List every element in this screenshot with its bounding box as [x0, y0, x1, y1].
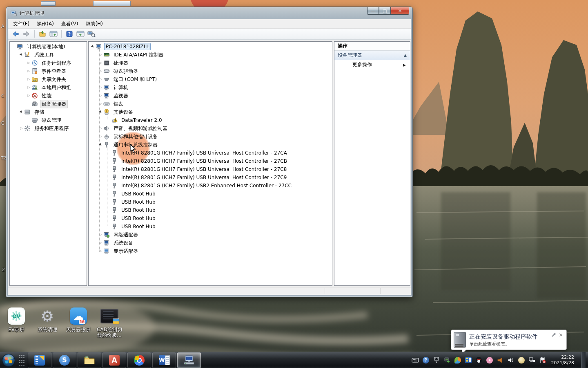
expand-arrow-icon[interactable] [26, 59, 31, 67]
console-item-[interactable]: 服务和应用程序 [10, 124, 87, 132]
toolbar-forward-icon[interactable] [22, 29, 31, 38]
expand-arrow-icon[interactable] [19, 51, 24, 59]
ev-recorder-shortcut[interactable]: ev EV录屏 [1, 307, 32, 338]
console-item-[interactable]: 事件查看器 [10, 67, 87, 75]
expand-arrow-icon[interactable] [26, 75, 31, 83]
device-item-usbroothub[interactable]: USB Root Hub [89, 198, 332, 206]
expand-arrow-icon[interactable] [19, 124, 24, 132]
device-item-[interactable]: 键盘 [89, 100, 332, 108]
tray-video-app-icon[interactable] [465, 357, 472, 364]
toolbar-scan-icon[interactable] [87, 29, 96, 38]
system-cleaner-shortcut[interactable]: ⚙ 系统清理 [32, 307, 63, 338]
device-item-intelr82801gich7familyus[interactable]: Intel(R) 82801G (ICH7 Family) USB Univer… [89, 157, 332, 165]
expand-arrow-icon[interactable] [19, 108, 24, 116]
taskbar-app-autocad[interactable]: A [102, 352, 126, 368]
expand-arrow-icon[interactable] [26, 92, 31, 100]
device-item-[interactable]: 计算机 [89, 83, 332, 92]
console-item-[interactable]: 本地用户和组 [10, 83, 87, 92]
tray-volume-icon[interactable] [507, 357, 514, 364]
expand-arrow-icon[interactable] [98, 59, 103, 67]
menu-h[interactable]: 帮助(H) [82, 19, 106, 29]
expand-arrow-icon[interactable] [26, 67, 31, 75]
console-item-[interactable]: 任务计划程序 [10, 59, 87, 67]
console-item-[interactable]: 系统工具 [10, 51, 87, 59]
tray-hidden-icons-button[interactable]: ▾ [433, 357, 440, 364]
more-actions-item[interactable]: 更多操作 ▶ [334, 60, 410, 70]
expand-arrow-icon[interactable] [90, 43, 96, 51]
tray-flower-app-icon[interactable] [486, 357, 493, 364]
taskbar-app-sogou[interactable]: S [53, 352, 76, 368]
console-item-[interactable]: 共享文件夹 [10, 75, 87, 83]
window-titlebar[interactable]: 计算机管理 — ▢ ✕ [6, 7, 412, 19]
menu-a[interactable]: 操作(A) [33, 19, 58, 29]
expand-arrow-icon[interactable] [98, 231, 103, 239]
start-button[interactable] [0, 352, 17, 368]
taskbar-app-computer-management[interactable] [177, 352, 201, 368]
tray-driver-install-icon[interactable] [443, 357, 451, 364]
taskbar-app-ev-capture[interactable] [28, 352, 51, 368]
taskbar-app-explorer[interactable] [78, 352, 101, 368]
device-item-usbroothub[interactable]: USB Root Hub [89, 214, 332, 222]
toolbar-export-icon[interactable] [38, 29, 47, 38]
tray-help-icon[interactable]: ? [422, 357, 430, 364]
device-item-[interactable]: 网络适配器 [89, 231, 332, 239]
taskbar-app-word[interactable]: W [152, 352, 176, 368]
tray-voice-app-icon[interactable] [454, 357, 461, 364]
cad-video-file[interactable]: CAD绘制切 线的终极... [94, 307, 125, 338]
device-item-intelr82801gich7familyus[interactable]: Intel(R) 82801G (ICH7 Family) USB Univer… [89, 173, 332, 182]
device-item-usbroothub[interactable]: USB Root Hub [89, 222, 332, 231]
driver-install-balloon[interactable]: 正在安装设备驱动程序软件 单击此处查看状态。 × [451, 330, 567, 350]
device-item-usbroothub[interactable]: USB Root Hub [89, 190, 332, 198]
device-item-[interactable]: ? 其他设备 [89, 108, 332, 116]
tray-action-center-icon[interactable]: × [539, 357, 546, 364]
tray-keyboard-icon[interactable] [412, 357, 419, 364]
toolbar-help-icon[interactable]: ? [65, 29, 74, 38]
maximize-button[interactable]: ▢ [379, 7, 391, 15]
device-item-comlpt[interactable]: 端口 (COM 和 LPT) [89, 75, 332, 83]
device-item-datatraveler20[interactable]: DataTraveler 2.0 [89, 116, 332, 124]
taskbar-clock[interactable]: 22:22 2021/8/28 [550, 355, 577, 366]
device-item-[interactable]: 通用串行总线控制器 [89, 141, 332, 149]
expand-arrow-icon[interactable] [98, 247, 103, 255]
collapse-chevron-icon[interactable]: ▲ [404, 53, 407, 57]
device-item-pc-20181028izll[interactable]: PC-20181028IZLL [89, 43, 332, 51]
tray-qq-icon[interactable] [475, 357, 483, 364]
device-item-[interactable]: 声音、视频和游戏控制器 [89, 124, 332, 132]
tray-network-icon[interactable] [528, 357, 536, 364]
console-item-[interactable]: 性能 [10, 92, 87, 100]
expand-arrow-icon[interactable] [98, 83, 103, 92]
expand-arrow-icon[interactable] [26, 83, 31, 92]
toolbar-panel-right-icon[interactable] [76, 29, 85, 38]
tray-horn-app-icon[interactable] [497, 357, 504, 364]
expand-arrow-icon[interactable] [98, 92, 103, 100]
console-item-[interactable]: 设备管理器 [10, 100, 87, 108]
device-item-[interactable]: 显示适配器 [89, 247, 332, 255]
taskbar-app-chrome[interactable] [127, 352, 151, 368]
device-item-intelr82801gich7familyus[interactable]: Intel(R) 82801G (ICH7 Family) USB Univer… [89, 149, 332, 157]
expand-arrow-icon[interactable] [98, 75, 103, 83]
device-item-ideataatapi[interactable]: IDE ATA/ATAPI 控制器 [89, 51, 332, 59]
device-item-intelr82801gich7familyus[interactable]: Intel(R) 82801G (ICH7 Family) USB2 Enhan… [89, 182, 332, 190]
device-item-[interactable]: 鼠标和其他指针设备 [89, 132, 332, 141]
expand-arrow-icon[interactable] [98, 239, 103, 247]
balloon-close-icon[interactable]: × [559, 332, 563, 337]
device-item-[interactable]: 系统设备 [89, 239, 332, 247]
minimize-button[interactable]: — [367, 7, 379, 15]
expand-arrow-icon[interactable] [98, 67, 103, 75]
console-item-[interactable]: 磁盘管理 [10, 116, 87, 124]
toolbar-panel-left-icon[interactable] [49, 29, 58, 38]
console-item-[interactable]: 计算机管理(本地) [10, 43, 87, 51]
expand-arrow-icon[interactable] [98, 132, 103, 141]
balloon-subtitle[interactable]: 单击此处查看状态。 [469, 341, 551, 347]
device-item-intelr82801gich7familyus[interactable]: Intel(R) 82801G (ICH7 Family) USB Univer… [89, 165, 332, 173]
actions-group-device-manager[interactable]: 设备管理器 ▲ [334, 51, 410, 60]
device-item-[interactable]: 磁盘驱动器 [89, 67, 332, 75]
tray-round-app-icon[interactable] [518, 357, 525, 364]
console-item-[interactable]: 存储 [10, 108, 87, 116]
taskbar-grip[interactable] [19, 354, 24, 366]
show-desktop-button[interactable] [581, 352, 586, 368]
toolbar-back-icon[interactable] [11, 29, 20, 38]
menu-v[interactable]: 查看(V) [58, 19, 82, 29]
close-button[interactable]: ✕ [391, 7, 409, 15]
expand-arrow-icon[interactable] [98, 124, 103, 132]
